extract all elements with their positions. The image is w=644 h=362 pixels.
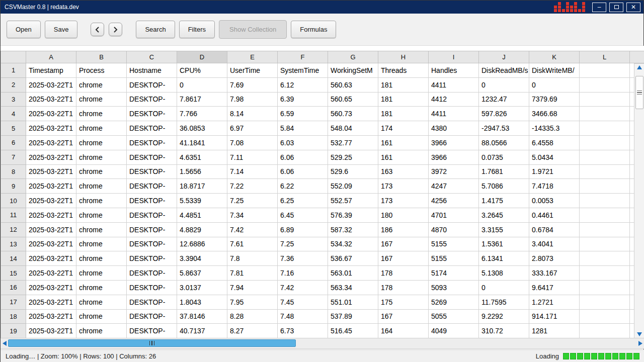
cell-B14[interactable]: chrome <box>76 251 127 266</box>
cell-C9[interactable]: DESKTOP- <box>127 179 177 194</box>
cell-D6[interactable]: 41.1841 <box>177 135 227 150</box>
cell-J18[interactable]: 9.2292 <box>479 309 529 324</box>
cell-B19[interactable]: chrome <box>76 324 127 338</box>
cell-F12[interactable]: 6.89 <box>278 222 328 237</box>
cell-I9[interactable]: 4247 <box>429 179 479 194</box>
cell-F18[interactable]: 7.48 <box>278 309 328 324</box>
cell-E2[interactable]: 7.69 <box>227 77 278 92</box>
cell-D7[interactable]: 4.6351 <box>177 150 227 164</box>
cell-B16[interactable]: chrome <box>76 280 127 295</box>
column-header-F[interactable]: F <box>278 51 328 63</box>
cell-L10[interactable] <box>580 194 630 208</box>
close-button[interactable]: ✕ <box>626 3 640 12</box>
cell-E16[interactable]: 7.94 <box>227 280 278 295</box>
row-header-8[interactable]: 8 <box>1 164 26 179</box>
cell-D10[interactable]: 5.5339 <box>177 194 227 208</box>
horizontal-scrollbar[interactable] <box>1 338 644 349</box>
cell-H8[interactable]: 163 <box>378 164 429 179</box>
cell-G14[interactable]: 536.67 <box>328 251 378 266</box>
cell-D13[interactable]: 12.6886 <box>177 237 227 251</box>
cell-C19[interactable]: DESKTOP- <box>127 324 177 338</box>
cell-H19[interactable]: 164 <box>378 324 429 338</box>
cell-J10[interactable]: 1.4175 <box>479 194 529 208</box>
cell-D4[interactable]: 7.766 <box>177 107 227 121</box>
cell-L12[interactable] <box>580 222 630 237</box>
cell-L2[interactable] <box>580 77 630 92</box>
cell-I16[interactable]: 5093 <box>429 280 479 295</box>
cell-J17[interactable]: 11.7595 <box>479 295 529 309</box>
cell-I18[interactable]: 5055 <box>429 309 479 324</box>
cell-F15[interactable]: 7.16 <box>278 266 328 281</box>
scroll-left-button[interactable] <box>1 338 8 348</box>
cell-F14[interactable]: 7.36 <box>278 251 328 266</box>
scroll-right-button[interactable] <box>637 338 644 348</box>
column-header-L[interactable]: L <box>580 51 630 63</box>
cell-I5[interactable]: 4380 <box>429 121 479 136</box>
cell-K8[interactable]: 1.9721 <box>529 164 580 179</box>
search-button[interactable]: Search <box>136 21 175 38</box>
cell-G6[interactable]: 532.77 <box>328 135 378 150</box>
cell-A18[interactable]: 2025-03-22T1 <box>26 309 76 324</box>
cell-A8[interactable]: 2025-03-22T1 <box>26 164 76 179</box>
row-header-3[interactable]: 3 <box>1 92 26 107</box>
column-header-J[interactable]: J <box>479 51 529 63</box>
column-header-D[interactable]: D <box>177 51 227 63</box>
cell-F8[interactable]: 6.06 <box>278 164 328 179</box>
cell-A4[interactable]: 2025-03-22T1 <box>26 107 76 121</box>
row-header-13[interactable]: 13 <box>1 237 26 251</box>
cell-J11[interactable]: 3.2645 <box>479 208 529 222</box>
cell-C2[interactable]: DESKTOP- <box>127 77 177 92</box>
cell-I17[interactable]: 5269 <box>429 295 479 309</box>
cell-L3[interactable] <box>580 92 630 107</box>
cell-I11[interactable]: 4701 <box>429 208 479 222</box>
cell-A14[interactable]: 2025-03-22T1 <box>26 251 76 266</box>
cell-D11[interactable]: 4.4851 <box>177 208 227 222</box>
row-header-6[interactable]: 6 <box>1 135 26 150</box>
cell-G11[interactable]: 576.39 <box>328 208 378 222</box>
cell-J13[interactable]: 1.5361 <box>479 237 529 251</box>
cell-G1[interactable]: WorkingSetM <box>328 63 378 78</box>
cell-J6[interactable]: 88.0566 <box>479 135 529 150</box>
cell-A16[interactable]: 2025-03-22T1 <box>26 280 76 295</box>
cell-F13[interactable]: 7.25 <box>278 237 328 251</box>
cell-L18[interactable] <box>580 309 630 324</box>
cell-K12[interactable]: 0.6784 <box>529 222 580 237</box>
formulas-button[interactable]: Formulas <box>291 21 336 38</box>
cell-L8[interactable] <box>580 164 630 179</box>
cell-E12[interactable]: 7.42 <box>227 222 278 237</box>
scroll-down-button[interactable] <box>634 332 644 336</box>
cell-G13[interactable]: 534.32 <box>328 237 378 251</box>
cell-A17[interactable]: 2025-03-22T1 <box>26 295 76 309</box>
cell-E17[interactable]: 7.95 <box>227 295 278 309</box>
column-header-B[interactable]: B <box>76 51 127 63</box>
cell-E13[interactable]: 7.61 <box>227 237 278 251</box>
column-header-H[interactable]: H <box>378 51 429 63</box>
row-header-17[interactable]: 17 <box>1 295 26 309</box>
cell-I1[interactable]: Handles <box>429 63 479 78</box>
cell-B3[interactable]: chrome <box>76 92 127 107</box>
cell-B13[interactable]: chrome <box>76 237 127 251</box>
cell-F11[interactable]: 6.45 <box>278 208 328 222</box>
cell-C15[interactable]: DESKTOP- <box>127 266 177 281</box>
cell-J5[interactable]: -2947.53 <box>479 121 529 136</box>
cell-K10[interactable]: 0.0053 <box>529 194 580 208</box>
cell-C1[interactable]: Hostname <box>127 63 177 78</box>
column-header-C[interactable]: C <box>127 51 177 63</box>
cell-C14[interactable]: DESKTOP- <box>127 251 177 266</box>
row-header-5[interactable]: 5 <box>1 121 26 136</box>
row-header-15[interactable]: 15 <box>1 266 26 281</box>
cell-F16[interactable]: 7.42 <box>278 280 328 295</box>
cell-E7[interactable]: 7.11 <box>227 150 278 164</box>
cell-L13[interactable] <box>580 237 630 251</box>
cell-B15[interactable]: chrome <box>76 266 127 281</box>
cell-K19[interactable]: 1281 <box>529 324 580 338</box>
open-button[interactable]: Open <box>7 21 41 38</box>
cell-E19[interactable]: 8.27 <box>227 324 278 338</box>
column-header-M[interactable]: M <box>630 51 644 63</box>
cell-L17[interactable] <box>580 295 630 309</box>
cell-B10[interactable]: chrome <box>76 194 127 208</box>
cell-D3[interactable]: 7.8617 <box>177 92 227 107</box>
cell-I14[interactable]: 5155 <box>429 251 479 266</box>
cell-L16[interactable] <box>580 280 630 295</box>
cell-C16[interactable]: DESKTOP- <box>127 280 177 295</box>
